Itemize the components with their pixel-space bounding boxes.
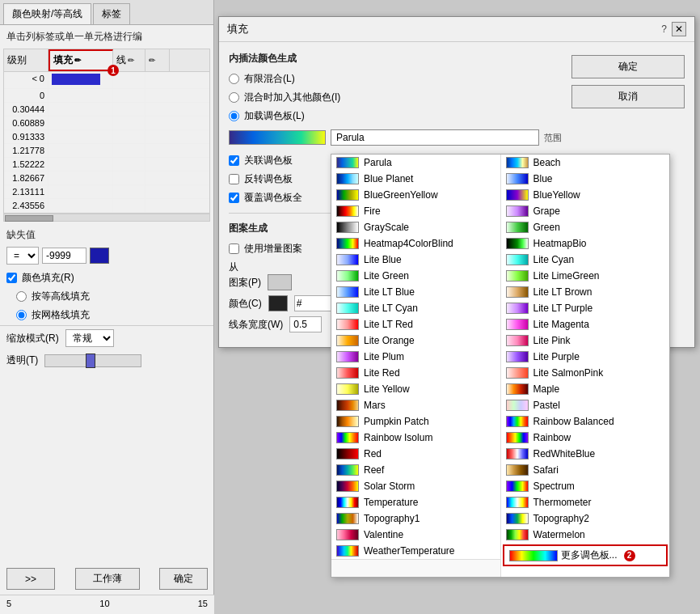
col-header-fill[interactable]: 填充 ✏ 1 [48, 49, 113, 71]
dropdown-item[interactable]: Rainbow Isolum [331, 430, 500, 446]
expand-button[interactable]: >> [6, 568, 55, 590]
dropdown-item[interactable]: Lite LT Purple [501, 300, 670, 316]
table-row[interactable]: 0.30444 [4, 103, 209, 116]
confirm-button[interactable]: 确定 [159, 568, 208, 590]
check-associate-input[interactable] [229, 155, 239, 166]
workbook-button[interactable]: 工作薄 [75, 568, 140, 590]
dropdown-item[interactable]: Fire [331, 203, 500, 219]
dropdown-item[interactable]: Lite Red [331, 365, 500, 381]
missing-operator-select[interactable]: = [6, 247, 39, 265]
check-cover-input[interactable] [229, 193, 239, 203]
radio-contour-fill[interactable]: 按等高线填充 [0, 288, 213, 307]
horizontal-scrollbar[interactable] [3, 214, 210, 222]
dropdown-item[interactable]: Lite Cyan [501, 252, 670, 268]
dropdown-item[interactable]: Lite LT Blue [331, 284, 500, 300]
checkbox-color-fill-input[interactable] [6, 273, 17, 283]
dropdown-item[interactable]: Lite Orange [331, 332, 500, 349]
dropdown-item[interactable]: Pastel [501, 397, 670, 413]
dropdown-item[interactable]: Solar Storm [331, 478, 500, 494]
dropdown-item[interactable]: Topography2 [501, 510, 670, 527]
colormap-preview[interactable] [229, 130, 326, 145]
dropdown-item[interactable]: Lite Green [331, 268, 500, 284]
dropdown-item[interactable]: Grape [501, 203, 670, 219]
dropdown-item[interactable]: Lite Blue [331, 252, 500, 268]
color-small-box[interactable] [268, 295, 288, 311]
dropdown-item[interactable]: Rainbow [501, 430, 670, 446]
table-row[interactable]: 2.13111 [4, 185, 209, 199]
dropdown-item[interactable]: Lite LimeGreen [501, 268, 670, 284]
help-button[interactable]: ? [661, 23, 667, 35]
colormap-name-input[interactable] [331, 129, 539, 146]
check-incremental-input[interactable] [229, 243, 239, 254]
table-row[interactable]: 1.52222 [4, 158, 209, 171]
dropdown-item[interactable]: Topography1 [331, 510, 500, 527]
missing-color-box[interactable] [90, 248, 109, 264]
radio-finite-blend-input[interactable] [229, 74, 239, 84]
dropdown-item[interactable]: HeatmapBio [501, 235, 670, 252]
scrollbar-thumb[interactable] [5, 215, 53, 222]
zoom-select[interactable]: 常规 [65, 329, 114, 347]
dropdown-item[interactable]: Lite Plum [331, 349, 500, 365]
dropdown-item[interactable]: Lite Yellow [331, 381, 500, 397]
opacity-thumb[interactable] [86, 354, 95, 368]
dropdown-item[interactable]: BlueYellow [501, 187, 670, 203]
dropdown-item[interactable]: Blue Planet [331, 171, 500, 187]
dropdown-item[interactable]: WeatherTemperature [331, 543, 500, 559]
dropdown-item[interactable]: Heatmap4ColorBlind [331, 235, 500, 252]
cancel-button[interactable]: 取消 [571, 85, 685, 108]
dropdown-item[interactable]: BlueGreenYellow [331, 187, 500, 203]
tab-colormap[interactable]: 颜色映射/等高线 [3, 3, 91, 24]
table-row[interactable]: 0.91333 [4, 130, 209, 144]
opacity-slider[interactable] [44, 354, 141, 367]
radio-finite-blend[interactable]: 有限混合(L) [229, 72, 562, 86]
dropdown-item[interactable]: Lite LT Brown [501, 284, 670, 300]
dropdown-item[interactable]: Maple [501, 381, 670, 397]
radio-load-palette-input[interactable] [229, 111, 239, 121]
tab-label[interactable]: 标签 [93, 3, 130, 24]
linewidth-input[interactable] [289, 316, 322, 332]
table-row[interactable]: < 0 [4, 72, 209, 89]
ok-button[interactable]: 确定 [571, 55, 685, 78]
dropdown-item[interactable]: Lite LT Cyan [331, 300, 500, 316]
color-hex-input[interactable] [294, 295, 335, 311]
dropdown-item[interactable]: Mars [331, 397, 500, 413]
dropdown-item[interactable]: Lite Purple [501, 349, 670, 365]
radio-blend-other-input[interactable] [229, 92, 239, 103]
radio-load-palette[interactable]: 加载调色板(L) [229, 109, 562, 123]
radio-contour-fill-input[interactable] [16, 291, 27, 302]
dropdown-item[interactable]: Temperature [331, 494, 500, 510]
col-header-level[interactable]: 级别 [4, 49, 48, 71]
dropdown-item[interactable]: Lite SalmonPink [501, 365, 670, 381]
dropdown-item[interactable]: Red [331, 446, 500, 462]
dropdown-item[interactable]: Lite Magenta [501, 316, 670, 332]
radio-grid-fill[interactable]: 按网格线填充 [0, 307, 213, 325]
pattern-preview[interactable] [268, 274, 292, 290]
table-row[interactable]: 0 [4, 89, 209, 103]
dropdown-item[interactable]: Rainbow Balanced [501, 413, 670, 430]
missing-value-input[interactable] [42, 248, 86, 264]
table-row[interactable]: 0.60889 [4, 116, 209, 130]
table-row[interactable]: 1.21778 [4, 144, 209, 158]
table-row[interactable]: 1.82667 [4, 171, 209, 185]
dropdown-item[interactable]: Beach [501, 155, 670, 171]
dropdown-item[interactable]: Lite LT Red [331, 316, 500, 332]
dropdown-item[interactable]: Valentine [331, 527, 500, 543]
dropdown-item[interactable]: Reef [331, 462, 500, 478]
dropdown-item[interactable]: Thermometer [501, 494, 670, 510]
radio-grid-fill-input[interactable] [16, 310, 27, 320]
dropdown-item[interactable]: Pumpkin Patch [331, 413, 500, 430]
dropdown-item[interactable]: RedWhiteBlue [501, 446, 670, 462]
dropdown-item[interactable]: Lite Pink [501, 332, 670, 349]
dropdown-item[interactable]: Green [501, 219, 670, 235]
dropdown-item[interactable]: Parula [331, 155, 500, 171]
dropdown-item[interactable]: GrayScale [331, 219, 500, 235]
radio-blend-other[interactable]: 混合时加入其他颜色(I) [229, 91, 562, 104]
dropdown-item[interactable]: Safari [501, 462, 670, 478]
check-reverse-input[interactable] [229, 174, 239, 184]
dropdown-item[interactable]: Watermelon [501, 527, 670, 543]
dropdown-item[interactable]: Blue [501, 171, 670, 187]
more-colormaps-button[interactable]: 更多调色板...2 [503, 544, 668, 566]
checkbox-color-fill[interactable]: 颜色填充(R) [0, 268, 213, 288]
close-button[interactable]: ✕ [672, 22, 686, 36]
table-row[interactable]: 2.43556 [4, 199, 209, 213]
